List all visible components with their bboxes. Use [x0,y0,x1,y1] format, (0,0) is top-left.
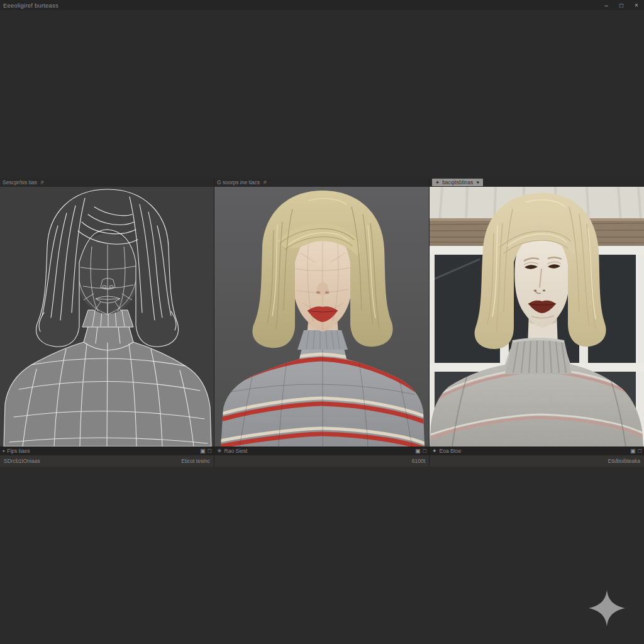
maximize-button[interactable]: □ [614,0,629,10]
render-panel-header[interactable]: ✦ bacqitsblinas ✦ [430,178,644,187]
wireframe-footer-label: Fips tiaes [7,448,30,454]
overlay-toggle-icon[interactable]: ▣ [415,448,421,454]
panel-render: ✦ bacqitsblinas ✦ [430,178,644,467]
tab-star-icon: ✦ [435,179,440,186]
pin-icon[interactable]: # [41,179,44,186]
minimize-button[interactable]: – [599,0,614,10]
wireframe-viewport[interactable] [0,187,214,447]
shaded-header-label: G soorps ine tiacs [217,179,260,186]
shaded-footer-bar: ✳ Rao Siest ▣ □ [214,447,429,455]
application-window: Eeeoligiref burteass – □ × Sescpr/sis ti… [0,0,644,644]
mode-icon: ▪ [3,448,4,454]
overlay-toggle-icon[interactable]: ▣ [200,448,206,454]
material-icon: ✳ [217,448,222,454]
wireframe-panel-header[interactable]: Sescpr/sis tias # [0,178,214,187]
shaded-status-right: 6100t [412,458,425,464]
wireframe-header-label: Sescpr/sis tias [3,179,37,186]
render-photo-svg [430,187,644,447]
render-footer-label: Eoa Btoe [440,448,462,454]
render-tab-label: bacqitsblinas [442,179,473,186]
render-footer-bar: ✦ Eoa Btoe ▣ □ [430,447,644,455]
render-statusbar: E6dtioibteaka [430,455,644,467]
frame-toggle-icon[interactable]: □ [423,448,426,454]
wireframe-status-left: SDrcb1tOniaas [4,458,40,464]
pin-icon[interactable]: # [264,179,267,186]
frame-toggle-icon[interactable]: □ [208,448,211,454]
wireframe-status-right: Eticot tesinc [181,458,210,464]
tab-star-icon: ✦ [475,179,480,186]
titlebar: Eeeoligiref burteass – □ × [0,0,644,10]
shaded-model-svg [214,187,429,447]
frame-toggle-icon[interactable]: □ [638,448,641,454]
shaded-footer-label: Rao Siest [225,448,248,454]
overlay-toggle-icon[interactable]: ▣ [630,448,636,454]
viewport-workspace: Sescpr/sis tias # [0,178,644,467]
panel-shaded: G soorps ine tiacs # [214,178,430,467]
shaded-viewport[interactable] [214,187,429,447]
panel-wireframe: Sescpr/sis tias # [0,178,214,467]
render-header-tab[interactable]: ✦ bacqitsblinas ✦ [432,179,483,186]
wireframe-statusbar: SDrcb1tOniaas Eticot tesinc [0,455,214,467]
wireframe-model-svg [0,187,214,447]
window-controls: – □ × [599,0,644,10]
render-status-right: E6dtioibteaka [608,458,640,464]
sparkle-watermark-icon [589,590,625,626]
close-button[interactable]: × [629,0,644,10]
render-icon: ✦ [432,448,437,454]
wireframe-footer-bar: ▪ Fips tiaes ▣ □ [0,447,214,455]
shaded-panel-header[interactable]: G soorps ine tiacs # [214,178,429,187]
window-title: Eeeoligiref burteass [0,2,58,9]
render-viewport[interactable] [430,187,644,447]
shaded-statusbar: 6100t [214,455,429,467]
